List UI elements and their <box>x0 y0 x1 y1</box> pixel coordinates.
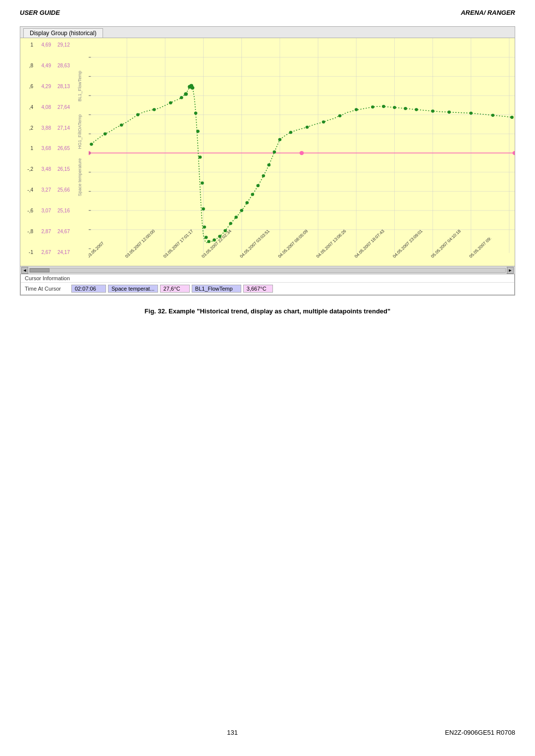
svg-point-54 <box>262 174 266 177</box>
page-footer: 131 EN2Z-0906GE51 R0708 <box>0 724 535 741</box>
y-label-hg1: HG1_FiltOATemp <box>77 114 82 149</box>
chart-scrollbar[interactable]: ◄ ► <box>20 266 515 274</box>
svg-point-24 <box>300 151 304 155</box>
y-axis-vertical: HG1_FiltOATemp BL1_FlowTemp Space temper… <box>71 38 89 266</box>
svg-point-71 <box>491 114 495 117</box>
sensor1-value: 27,6°C <box>160 285 190 293</box>
svg-point-69 <box>447 110 451 113</box>
svg-point-48 <box>229 222 232 225</box>
y-axis-col1: 1 ,8 ,6 ,4 ,2 1 -,2 -,4 -,6 -,8 -1 <box>20 38 34 266</box>
svg-point-38 <box>196 130 200 133</box>
time-at-cursor-label: Time At Cursor <box>25 286 69 292</box>
svg-point-52 <box>251 193 254 196</box>
svg-point-43 <box>205 236 208 239</box>
svg-point-61 <box>338 114 342 117</box>
doc-number: EN2Z-0906GE51 R0708 <box>445 729 515 736</box>
svg-point-51 <box>245 201 249 204</box>
svg-point-30 <box>153 108 156 111</box>
svg-point-28 <box>120 124 123 127</box>
svg-point-58 <box>289 131 293 134</box>
svg-point-68 <box>431 109 434 112</box>
sensor2-value: 3,667°C <box>243 285 273 293</box>
svg-point-56 <box>273 151 276 153</box>
page-header: USER GUIDE ARENA/ RANGER <box>0 0 535 21</box>
svg-rect-0 <box>89 38 515 253</box>
svg-point-26 <box>90 143 93 146</box>
scrollbar-thumb[interactable] <box>30 268 50 272</box>
y-axis-col3: 29,12 28,63 28,13 27,64 27,14 26,65 26,1… <box>52 38 71 266</box>
svg-point-36 <box>191 86 195 90</box>
main-content: Display Group (historical) 1 ,8 ,6 ,4 ,2… <box>0 21 535 330</box>
svg-point-31 <box>169 101 172 104</box>
chart-svg: 03.05.2007 03.05.2007 12:00:00 03.05.200… <box>89 38 515 266</box>
chart-tab[interactable]: Display Group (historical) <box>23 28 103 38</box>
svg-point-39 <box>199 155 202 158</box>
svg-point-57 <box>278 138 282 141</box>
svg-point-64 <box>382 105 385 108</box>
svg-point-55 <box>268 163 271 166</box>
y-axis-col2: 4,69 4,49 4,29 4,08 3,88 3,68 3,48 3,27 … <box>34 38 52 266</box>
header-left: USER GUIDE <box>20 9 60 16</box>
page-number: 131 <box>227 729 238 736</box>
svg-point-49 <box>234 216 238 219</box>
svg-point-37 <box>194 111 198 114</box>
svg-point-65 <box>393 106 396 109</box>
y-label-space: Space temperature <box>77 158 82 197</box>
scrollbar-left-button[interactable]: ◄ <box>21 267 28 274</box>
svg-point-59 <box>306 126 309 129</box>
chart-tab-bar: Display Group (historical) <box>20 27 515 38</box>
svg-point-27 <box>104 132 107 135</box>
svg-point-42 <box>203 225 206 228</box>
header-right: ARENA/ RANGER <box>461 9 515 16</box>
svg-point-63 <box>371 105 374 108</box>
svg-point-62 <box>355 108 358 111</box>
svg-point-50 <box>240 209 243 212</box>
sensor2-label: BL1_FlowTemp <box>192 285 241 293</box>
svg-point-72 <box>510 116 514 119</box>
figure-caption: Fig. 32. Example "Historical trend, disp… <box>20 307 515 315</box>
scrollbar-right-button[interactable]: ► <box>507 267 514 274</box>
chart-outer: Display Group (historical) 1 ,8 ,6 ,4 ,2… <box>20 26 515 296</box>
cursor-info-title: Cursor Information <box>21 274 514 283</box>
scrollbar-track[interactable] <box>29 268 506 273</box>
y-label-bl1: BL1_FlowTemp <box>77 71 82 101</box>
sensor1-label: Space temperat... <box>108 285 158 293</box>
time-at-cursor-value: 02:07:06 <box>71 285 106 293</box>
svg-point-53 <box>256 184 260 187</box>
chart-area: 1 ,8 ,6 ,4 ,2 1 -,2 -,4 -,6 -,8 -1 4,69 … <box>20 38 515 266</box>
svg-point-66 <box>404 107 407 110</box>
svg-point-40 <box>201 182 204 185</box>
svg-point-70 <box>469 111 473 114</box>
svg-point-33 <box>184 92 188 96</box>
svg-point-29 <box>136 113 140 116</box>
svg-point-44 <box>207 240 211 243</box>
svg-point-67 <box>415 108 418 111</box>
svg-point-41 <box>202 207 205 210</box>
cursor-info-row: Time At Cursor 02:07:06 Space temperat..… <box>21 283 514 295</box>
cursor-info-panel: Cursor Information Time At Cursor 02:07:… <box>20 274 515 295</box>
svg-point-60 <box>322 120 325 123</box>
svg-point-32 <box>180 96 183 99</box>
